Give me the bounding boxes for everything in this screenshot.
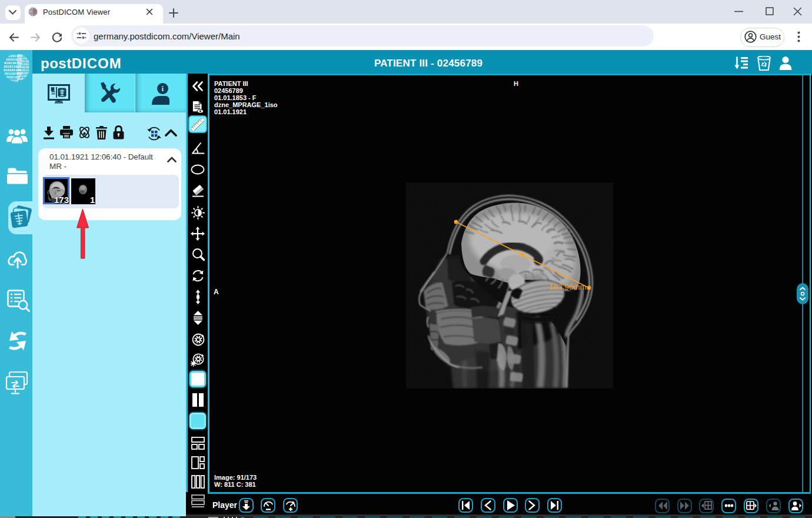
svg-text:183.96mm: 183.96mm [549, 283, 587, 291]
svg-text:i: i [162, 84, 164, 93]
svg-text:0101: 0101 [17, 77, 25, 81]
